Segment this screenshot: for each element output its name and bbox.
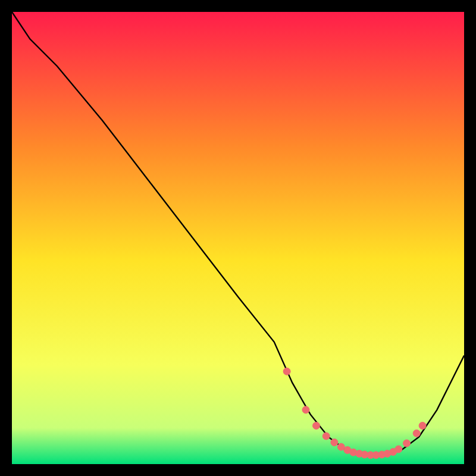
highlight-dot (395, 446, 402, 453)
highlight-dot (413, 430, 420, 437)
highlight-dot (283, 368, 290, 375)
gradient-background (12, 12, 464, 464)
highlight-dot (322, 433, 330, 440)
highlight-dot (419, 422, 426, 429)
highlight-dot (313, 422, 320, 429)
highlight-dot (302, 406, 309, 414)
highlight-dot (403, 440, 411, 447)
highlight-dot (331, 439, 338, 446)
bottleneck-chart (12, 12, 464, 464)
chart-frame: TheBottleneck.com (12, 12, 464, 464)
